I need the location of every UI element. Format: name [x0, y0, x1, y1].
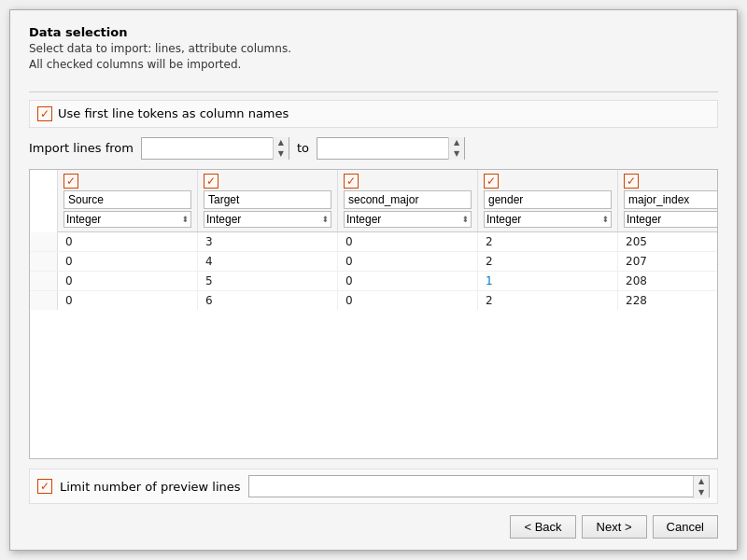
col-type-select-1[interactable]: IntegerDoubleStringBoolean [204, 211, 331, 228]
data-cell: 2 [478, 252, 618, 271]
data-selection-dialog: Data selection Select data to import: li… [9, 9, 738, 551]
next-button[interactable]: Next > [582, 515, 647, 539]
header-divider [29, 91, 718, 92]
import-from-spinbox[interactable]: 1 ▲ ▼ [141, 137, 289, 160]
col-header-4: IntegerDoubleStringBoolean [618, 170, 718, 231]
table-row: 0402207 [30, 252, 717, 272]
bottom-buttons: < Back Next > Cancel [29, 515, 718, 539]
import-to-spinbox[interactable]: 19 ▲ ▼ [317, 137, 465, 160]
data-cell: 207 [618, 252, 718, 271]
data-cell: 228 [618, 291, 718, 310]
limit-up[interactable]: ▲ [694, 476, 709, 487]
row-num-cell [30, 272, 58, 290]
limit-checkbox[interactable] [37, 479, 52, 494]
import-from-up[interactable]: ▲ [274, 137, 289, 148]
col-name-input-4[interactable] [624, 190, 718, 209]
col-headers: IntegerDoubleStringBooleanIntegerDoubleS… [58, 170, 718, 232]
import-from-down[interactable]: ▼ [274, 148, 289, 160]
limit-label: Limit number of preview lines [60, 480, 241, 494]
import-lines-label: Import lines from [29, 141, 134, 155]
col-header-2: IntegerDoubleStringBoolean [338, 170, 478, 231]
data-cell: 0 [338, 291, 478, 310]
import-lines-row: Import lines from 1 ▲ ▼ to 19 ▲ ▼ [29, 137, 718, 160]
limit-row: Limit number of preview lines 5 ▲ ▼ [29, 469, 718, 504]
data-cell: 0 [58, 291, 198, 310]
col-header-1: IntegerDoubleStringBoolean [198, 170, 338, 231]
table-row: 0302205 [30, 232, 717, 252]
back-button[interactable]: < Back [510, 515, 575, 539]
table-row: 0501208 [30, 272, 717, 291]
data-cell: 0 [58, 232, 198, 251]
row-num-spacer [30, 170, 58, 232]
data-cell: 0 [58, 272, 198, 290]
to-label: to [297, 141, 309, 155]
row-num-cell [30, 252, 58, 271]
first-line-label: Use first line tokens as column names [58, 106, 289, 120]
col-checkbox-0[interactable] [63, 174, 78, 189]
limit-input[interactable]: 5 [249, 476, 693, 497]
data-cell: 3 [198, 232, 338, 251]
dialog-desc-line2: All checked columns will be imported. [29, 57, 718, 73]
limit-spinbox[interactable]: 5 ▲ ▼ [248, 475, 710, 497]
first-line-checkbox[interactable] [37, 106, 52, 121]
data-cell: 1 [478, 272, 618, 290]
col-header-0: IntegerDoubleStringBoolean [58, 170, 198, 231]
import-to-arrows: ▲ ▼ [448, 137, 464, 160]
data-cell: 2 [478, 232, 618, 251]
col-type-select-4[interactable]: IntegerDoubleStringBoolean [624, 211, 718, 228]
import-from-arrows: ▲ ▼ [273, 137, 289, 160]
row-num-cell [30, 291, 58, 310]
dialog-title: Data selection [29, 25, 718, 39]
data-cell: 2 [478, 291, 618, 310]
cancel-button[interactable]: Cancel [653, 515, 718, 539]
data-cell: 5 [198, 272, 338, 290]
col-name-input-2[interactable] [344, 190, 472, 209]
import-from-input[interactable]: 1 [142, 138, 273, 159]
import-to-input[interactable]: 19 [317, 138, 448, 159]
data-cell: 0 [58, 252, 198, 271]
import-to-up[interactable]: ▲ [449, 137, 464, 148]
data-table-container[interactable]: IntegerDoubleStringBooleanIntegerDoubleS… [29, 169, 718, 459]
col-name-input-0[interactable] [63, 190, 191, 209]
row-num-cell [30, 232, 58, 251]
data-cell: 0 [338, 232, 478, 251]
data-cell: 0 [338, 252, 478, 271]
col-type-select-2[interactable]: IntegerDoubleStringBoolean [344, 211, 472, 228]
col-name-input-1[interactable] [204, 190, 331, 209]
first-line-row: Use first line tokens as column names [29, 100, 718, 128]
data-cell: 0 [338, 272, 478, 290]
col-type-select-3[interactable]: IntegerDoubleStringBoolean [484, 211, 612, 228]
limit-down[interactable]: ▼ [694, 487, 709, 498]
header-section: Data selection Select data to import: li… [29, 25, 718, 73]
dialog-desc-line1: Select data to import: lines, attribute … [29, 41, 718, 57]
col-checkbox-1[interactable] [204, 174, 218, 189]
col-type-select-0[interactable]: IntegerDoubleStringBoolean [63, 211, 191, 228]
import-to-down[interactable]: ▼ [449, 148, 464, 160]
data-cell: 205 [618, 232, 718, 251]
table-row: 0602228 [30, 291, 717, 310]
data-rows: 0302205040220705012080602228 [30, 232, 717, 310]
limit-arrows: ▲ ▼ [693, 476, 709, 498]
data-cell: 4 [198, 252, 338, 271]
data-cell: 6 [198, 291, 338, 310]
col-checkbox-4[interactable] [624, 174, 639, 189]
data-cell: 208 [618, 272, 718, 290]
table-header-row: IntegerDoubleStringBooleanIntegerDoubleS… [30, 170, 717, 232]
col-checkbox-3[interactable] [484, 174, 499, 189]
col-header-3: IntegerDoubleStringBoolean [478, 170, 618, 231]
col-name-input-3[interactable] [484, 190, 612, 209]
col-checkbox-2[interactable] [344, 174, 359, 189]
